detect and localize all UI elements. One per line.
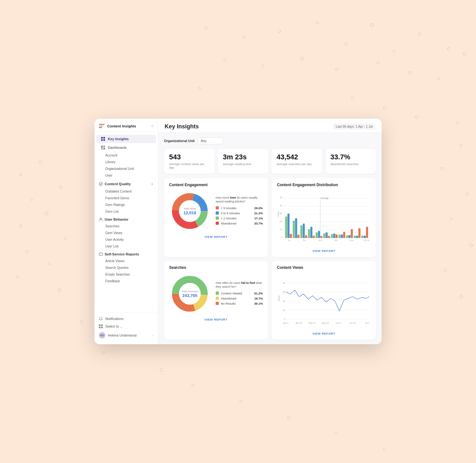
sidebar-sub-gem-ratings[interactable]: Gem Ratings bbox=[96, 201, 156, 208]
sidebar-sub-gem-list[interactable]: Gem List bbox=[96, 208, 156, 215]
stats-row: 543 average content views per day 3m 23s… bbox=[164, 149, 376, 174]
svg-rect-36 bbox=[303, 224, 305, 238]
svg-text:6m: 6m bbox=[319, 239, 322, 242]
sidebar-sub-library[interactable]: Library bbox=[96, 159, 156, 165]
org-unit-label: Organizational Unit bbox=[164, 139, 195, 143]
searches-card: Searches Tota bbox=[164, 261, 268, 340]
svg-rect-34 bbox=[297, 235, 299, 238]
user-profile-item[interactable]: HU Helena Underwood › bbox=[94, 330, 158, 340]
searches-question: How often do users fail to find what the… bbox=[216, 281, 263, 289]
sidebar-footer: Notifications Switch to ... HU Helena Un… bbox=[94, 312, 158, 340]
dashboard-icon bbox=[101, 145, 105, 150]
searches-donut-svg bbox=[169, 273, 211, 315]
svg-text:12m: 12m bbox=[349, 239, 353, 242]
svg-text:Views: Views bbox=[277, 211, 280, 217]
org-unit-select[interactable]: Any All bbox=[198, 137, 223, 144]
org-unit-filter: Organizational Unit Any All bbox=[164, 137, 376, 144]
svg-rect-53 bbox=[346, 235, 348, 238]
sidebar-sub-org-unit[interactable]: Organizational Unit bbox=[96, 165, 156, 172]
switch-to-label: Switch to ... bbox=[105, 324, 123, 328]
content-engagement-donut: Total views 12,018 bbox=[169, 190, 211, 232]
svg-rect-54 bbox=[348, 235, 350, 238]
svg-rect-30 bbox=[287, 214, 289, 238]
page-title: Key Insights bbox=[165, 123, 199, 130]
svg-rect-58 bbox=[358, 228, 360, 238]
svg-rect-45 bbox=[326, 232, 328, 238]
content-engagement-title: Content Engagement bbox=[169, 183, 263, 187]
svg-rect-59 bbox=[361, 236, 363, 238]
legend-dot-3 bbox=[216, 222, 219, 225]
stat-label-0: average content views per day bbox=[169, 162, 210, 169]
sidebar-item-key-insights[interactable]: Key Insights bbox=[96, 135, 156, 143]
sidebar-sub-gem-views[interactable]: Gem Views bbox=[96, 230, 156, 236]
svg-rect-38 bbox=[308, 229, 310, 238]
svg-rect-32 bbox=[293, 221, 295, 238]
svg-text:Average: Average bbox=[321, 197, 329, 200]
switch-to-item[interactable]: Switch to ... bbox=[94, 323, 158, 330]
svg-point-15 bbox=[179, 200, 201, 222]
stat-value-3: 33.7% bbox=[331, 153, 371, 161]
svg-text:3m: 3m bbox=[303, 239, 306, 242]
svg-text:0s: 0s bbox=[288, 239, 291, 242]
svg-rect-44 bbox=[323, 233, 325, 238]
svg-rect-37 bbox=[305, 235, 307, 238]
svg-rect-56 bbox=[354, 236, 356, 238]
date-range: Last 90 days: 1 Apr - 1 Jul bbox=[333, 124, 375, 130]
stat-value-2: 43,542 bbox=[277, 153, 317, 161]
sidebar-section-self-service[interactable]: Self-Service Reports bbox=[94, 250, 158, 257]
svg-rect-31 bbox=[290, 234, 292, 238]
svg-rect-29 bbox=[285, 216, 287, 238]
searches-legend-1: Abandoned 18.7% bbox=[216, 297, 263, 300]
searches-dot-0 bbox=[216, 292, 219, 295]
sidebar-sub-feedback[interactable]: Feedback bbox=[96, 278, 156, 284]
legend-dot-0 bbox=[216, 206, 219, 209]
sidebar-sub-search-queries[interactable]: Search Queries bbox=[96, 264, 156, 271]
content-views-view-report[interactable]: VIEW REPORT bbox=[277, 332, 371, 335]
sidebar-section-content-quality[interactable]: Content Quality + bbox=[94, 179, 158, 188]
stat-label-2: average searches per day bbox=[277, 162, 317, 166]
svg-text:1k: 1k bbox=[283, 309, 285, 312]
svg-rect-10 bbox=[99, 253, 102, 255]
searches-dot-1 bbox=[216, 297, 219, 300]
searches-view-report[interactable]: VIEW REPORT bbox=[169, 318, 263, 321]
svg-text:0: 0 bbox=[281, 236, 282, 239]
legend-item-1: 2 to 5 minutes 21.2% bbox=[216, 211, 263, 215]
svg-rect-40 bbox=[313, 236, 315, 238]
content-engagement-question: How much time do users usually spend rea… bbox=[216, 196, 263, 204]
svg-text:Apr 2: Apr 2 bbox=[283, 322, 288, 324]
svg-rect-50 bbox=[338, 235, 340, 238]
svg-rect-1 bbox=[103, 137, 105, 139]
svg-rect-3 bbox=[103, 139, 105, 141]
svg-rect-52 bbox=[343, 232, 345, 238]
sidebar-item-dashboards[interactable]: Dashboards bbox=[96, 143, 156, 152]
sidebar-sub-empty-searches[interactable]: Empty Searches bbox=[96, 271, 156, 277]
sidebar-section-user-behavior[interactable]: User Behavior bbox=[94, 215, 158, 223]
content-engagement-view-report[interactable]: VIEW REPORT bbox=[169, 235, 263, 239]
sidebar-sub-account[interactable]: Account bbox=[96, 152, 156, 158]
svg-rect-48 bbox=[333, 234, 335, 238]
main-content: Key Insights Last 90 days: 1 Apr - 1 Jul… bbox=[158, 119, 382, 344]
sidebar-sub-searches[interactable]: Searches bbox=[96, 223, 156, 229]
notifications-item[interactable]: Notifications bbox=[94, 315, 158, 323]
svg-rect-47 bbox=[331, 234, 333, 238]
sidebar-sub-favorited-gems[interactable]: Favorited Gems bbox=[96, 195, 156, 201]
sidebar-sub-outdated-content[interactable]: Outdated Content bbox=[96, 188, 156, 194]
content-engagement-dist-view-report[interactable]: VIEW REPORT bbox=[277, 249, 371, 253]
stat-label-1: average reading time bbox=[223, 162, 264, 166]
sidebar-sub-user[interactable]: User bbox=[96, 172, 156, 178]
content-quality-add-button[interactable]: + bbox=[151, 181, 153, 186]
stat-value-0: 543 bbox=[169, 153, 210, 161]
legend-item-3: Abandoned 33.7% bbox=[216, 222, 263, 225]
key-insights-label: Key Insights bbox=[108, 137, 129, 141]
sidebar-collapse-button[interactable]: < bbox=[151, 124, 153, 128]
svg-text:0: 0 bbox=[284, 318, 285, 321]
sidebar-sub-article-views[interactable]: Article Views bbox=[96, 258, 156, 264]
svg-rect-41 bbox=[316, 232, 317, 238]
svg-rect-4 bbox=[101, 146, 103, 148]
svg-rect-49 bbox=[336, 234, 338, 238]
sidebar-sub-user-activity[interactable]: User Activity bbox=[96, 236, 156, 243]
sidebar-sub-user-list[interactable]: User List bbox=[96, 243, 156, 249]
svg-text:May 12: May 12 bbox=[309, 322, 316, 324]
charts-grid: Content Engagement bbox=[164, 178, 376, 340]
stat-card-0: 543 average content views per day bbox=[164, 149, 215, 174]
